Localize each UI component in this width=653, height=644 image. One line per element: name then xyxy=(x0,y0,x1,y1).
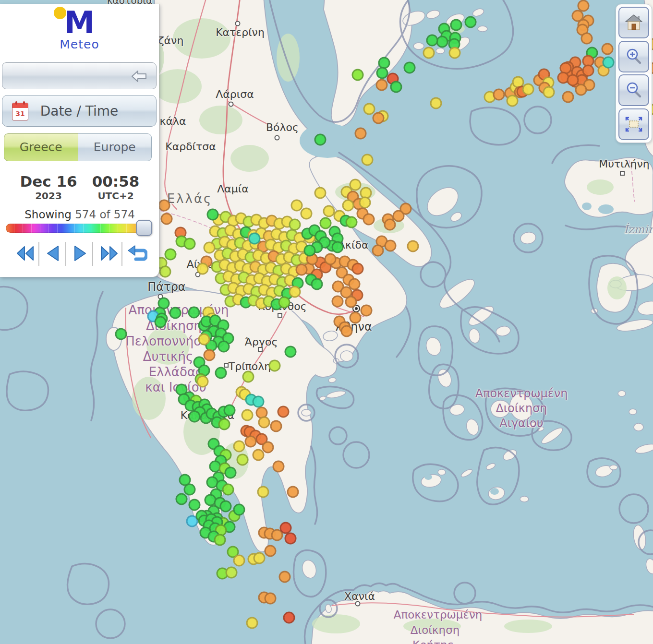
strike-dot[interactable] xyxy=(363,214,375,226)
strike-dot[interactable] xyxy=(215,367,227,379)
strike-dot[interactable] xyxy=(361,305,373,317)
zoom-extent-button[interactable] xyxy=(618,108,649,140)
skip-back-button[interactable] xyxy=(15,245,35,264)
strike-dot[interactable] xyxy=(159,266,171,278)
strike-dot[interactable] xyxy=(270,420,282,432)
strike-dot[interactable] xyxy=(161,213,173,225)
strike-dot[interactable] xyxy=(269,360,281,372)
strike-dot[interactable] xyxy=(242,409,254,421)
time-color-slider-track[interactable] xyxy=(6,224,146,233)
strike-dot[interactable] xyxy=(352,263,364,275)
strike-dot[interactable] xyxy=(325,253,337,265)
strike-dot[interactable] xyxy=(426,35,438,47)
strike-dot[interactable] xyxy=(169,307,181,319)
meteo-logo[interactable]: M Meteo xyxy=(0,9,159,51)
strike-dot[interactable] xyxy=(207,209,219,221)
strike-dot[interactable] xyxy=(158,200,170,212)
collapse-panel-button[interactable] xyxy=(2,62,157,89)
zoom-out-button[interactable] xyxy=(618,74,649,106)
time-slider-handle[interactable] xyxy=(136,220,152,236)
strike-dot[interactable] xyxy=(226,567,238,579)
strike-dot[interactable] xyxy=(198,334,210,346)
strike-dot[interactable] xyxy=(285,346,297,358)
strike-dot[interactable] xyxy=(314,187,326,199)
strike-dot[interactable] xyxy=(578,0,590,12)
zoom-in-button[interactable] xyxy=(618,41,649,72)
step-back-button[interactable] xyxy=(46,245,60,264)
strike-dot[interactable] xyxy=(176,493,188,505)
strike-dot[interactable] xyxy=(346,216,358,228)
strike-dot[interactable] xyxy=(390,81,402,93)
strike-dot[interactable] xyxy=(242,371,254,383)
strike-dot[interactable] xyxy=(465,16,477,28)
strike-dot[interactable] xyxy=(189,411,201,423)
strike-dot[interactable] xyxy=(214,534,226,546)
strike-dot[interactable] xyxy=(423,47,435,59)
strike-dot[interactable] xyxy=(359,197,371,209)
strike-dot[interactable] xyxy=(345,296,357,308)
strike-dot[interactable] xyxy=(603,57,615,69)
strike-dot[interactable] xyxy=(279,571,291,583)
strike-dot[interactable] xyxy=(332,241,344,253)
strike-dot[interactable] xyxy=(311,278,323,290)
strike-dot[interactable] xyxy=(245,436,257,448)
strike-dot[interactable] xyxy=(184,484,196,496)
strike-dot[interactable] xyxy=(204,242,216,254)
strike-dot[interactable] xyxy=(522,83,534,95)
strike-dot[interactable] xyxy=(278,297,290,309)
strike-dot[interactable] xyxy=(393,210,405,222)
strike-dot[interactable] xyxy=(254,552,266,564)
strike-dot[interactable] xyxy=(204,349,216,361)
strike-dot[interactable] xyxy=(493,89,505,101)
strike-dot[interactable] xyxy=(301,208,313,220)
strike-dot[interactable] xyxy=(218,341,230,353)
strike-dot[interactable] xyxy=(115,328,127,340)
strike-dot[interactable] xyxy=(575,84,587,96)
skip-forward-button[interactable] xyxy=(100,245,119,264)
strike-dot[interactable] xyxy=(197,376,209,388)
strike-dot[interactable] xyxy=(581,33,593,45)
strike-dot[interactable] xyxy=(189,499,201,511)
strike-dot[interactable] xyxy=(237,454,249,466)
strike-dot[interactable] xyxy=(253,449,265,461)
strike-dot[interactable] xyxy=(342,200,354,212)
strike-dot[interactable] xyxy=(273,461,285,473)
strike-dot[interactable] xyxy=(404,62,416,74)
strike-dot[interactable] xyxy=(253,396,265,408)
strike-dot[interactable] xyxy=(385,240,397,252)
strike-dot[interactable] xyxy=(562,91,574,103)
strike-dot[interactable] xyxy=(265,545,277,557)
strike-dot[interactable] xyxy=(341,325,353,337)
strike-dot[interactable] xyxy=(249,233,261,245)
strike-dot[interactable] xyxy=(233,504,245,516)
strike-dot[interactable] xyxy=(602,43,614,55)
strike-dot[interactable] xyxy=(184,238,196,250)
strike-dot[interactable] xyxy=(222,484,234,496)
strike-dot[interactable] xyxy=(362,154,374,166)
strike-dot[interactable] xyxy=(233,441,245,453)
strike-dot[interactable] xyxy=(507,95,519,107)
strike-dot[interactable] xyxy=(449,47,461,59)
strike-dot[interactable] xyxy=(372,245,384,257)
strike-dot[interactable] xyxy=(283,612,295,624)
step-forward-button[interactable] xyxy=(73,245,87,264)
strike-dot[interactable] xyxy=(197,263,209,275)
strike-dot[interactable] xyxy=(291,200,303,212)
strike-dot[interactable] xyxy=(332,296,344,308)
strike-dot[interactable] xyxy=(257,486,269,498)
strike-dot[interactable] xyxy=(224,405,236,417)
tab-greece[interactable]: Greece xyxy=(4,133,78,161)
strike-dot[interactable] xyxy=(296,264,308,276)
strike-dot[interactable] xyxy=(218,418,230,430)
strike-dot[interactable] xyxy=(373,112,385,124)
strike-dot[interactable] xyxy=(430,97,442,109)
strike-dot[interactable] xyxy=(188,307,200,319)
strike-dot[interactable] xyxy=(265,593,277,605)
strike-dot[interactable] xyxy=(436,36,448,48)
strike-dot[interactable] xyxy=(225,467,237,479)
strike-dot[interactable] xyxy=(543,86,555,98)
strike-dot[interactable] xyxy=(287,486,299,498)
strike-dot[interactable] xyxy=(258,417,270,429)
strike-dot[interactable] xyxy=(376,79,388,91)
strike-dot[interactable] xyxy=(165,249,177,261)
